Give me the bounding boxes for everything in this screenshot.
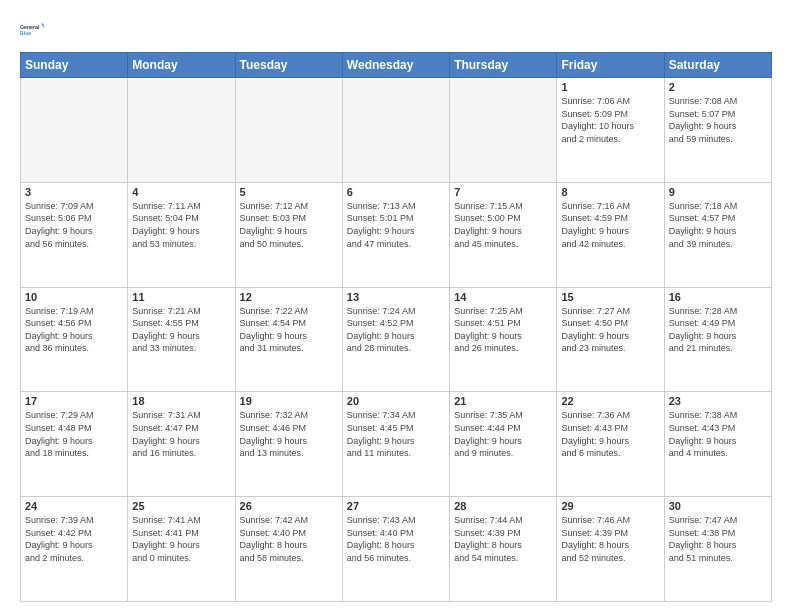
day-number: 17 — [25, 395, 123, 407]
logo: GeneralBlue — [20, 16, 48, 44]
calendar-cell: 8Sunrise: 7:16 AM Sunset: 4:59 PM Daylig… — [557, 182, 664, 287]
calendar-cell: 29Sunrise: 7:46 AM Sunset: 4:39 PM Dayli… — [557, 497, 664, 602]
day-info: Sunrise: 7:16 AM Sunset: 4:59 PM Dayligh… — [561, 200, 659, 250]
calendar-cell: 6Sunrise: 7:13 AM Sunset: 5:01 PM Daylig… — [342, 182, 449, 287]
calendar-cell: 14Sunrise: 7:25 AM Sunset: 4:51 PM Dayli… — [450, 287, 557, 392]
calendar-cell — [342, 78, 449, 183]
day-info: Sunrise: 7:47 AM Sunset: 4:38 PM Dayligh… — [669, 514, 767, 564]
calendar-cell: 1Sunrise: 7:06 AM Sunset: 5:09 PM Daylig… — [557, 78, 664, 183]
day-info: Sunrise: 7:18 AM Sunset: 4:57 PM Dayligh… — [669, 200, 767, 250]
calendar-cell — [128, 78, 235, 183]
day-info: Sunrise: 7:35 AM Sunset: 4:44 PM Dayligh… — [454, 409, 552, 459]
weekday-header: Monday — [128, 53, 235, 78]
day-info: Sunrise: 7:22 AM Sunset: 4:54 PM Dayligh… — [240, 305, 338, 355]
day-number: 16 — [669, 291, 767, 303]
day-number: 24 — [25, 500, 123, 512]
day-number: 6 — [347, 186, 445, 198]
calendar-cell — [21, 78, 128, 183]
day-number: 23 — [669, 395, 767, 407]
calendar-table: SundayMondayTuesdayWednesdayThursdayFrid… — [20, 52, 772, 602]
calendar-header-row: SundayMondayTuesdayWednesdayThursdayFrid… — [21, 53, 772, 78]
day-number: 7 — [454, 186, 552, 198]
calendar-week-row: 1Sunrise: 7:06 AM Sunset: 5:09 PM Daylig… — [21, 78, 772, 183]
calendar-cell: 4Sunrise: 7:11 AM Sunset: 5:04 PM Daylig… — [128, 182, 235, 287]
calendar-cell: 22Sunrise: 7:36 AM Sunset: 4:43 PM Dayli… — [557, 392, 664, 497]
weekday-header: Friday — [557, 53, 664, 78]
weekday-header: Thursday — [450, 53, 557, 78]
weekday-header: Tuesday — [235, 53, 342, 78]
day-info: Sunrise: 7:15 AM Sunset: 5:00 PM Dayligh… — [454, 200, 552, 250]
calendar-cell: 25Sunrise: 7:41 AM Sunset: 4:41 PM Dayli… — [128, 497, 235, 602]
day-number: 11 — [132, 291, 230, 303]
day-info: Sunrise: 7:21 AM Sunset: 4:55 PM Dayligh… — [132, 305, 230, 355]
day-info: Sunrise: 7:09 AM Sunset: 5:06 PM Dayligh… — [25, 200, 123, 250]
day-number: 10 — [25, 291, 123, 303]
page: GeneralBlue SundayMondayTuesdayWednesday… — [0, 0, 792, 612]
day-info: Sunrise: 7:06 AM Sunset: 5:09 PM Dayligh… — [561, 95, 659, 145]
calendar-cell: 2Sunrise: 7:08 AM Sunset: 5:07 PM Daylig… — [664, 78, 771, 183]
svg-marker-2 — [41, 24, 45, 29]
calendar-cell: 26Sunrise: 7:42 AM Sunset: 4:40 PM Dayli… — [235, 497, 342, 602]
day-number: 29 — [561, 500, 659, 512]
day-number: 25 — [132, 500, 230, 512]
day-info: Sunrise: 7:44 AM Sunset: 4:39 PM Dayligh… — [454, 514, 552, 564]
day-info: Sunrise: 7:19 AM Sunset: 4:56 PM Dayligh… — [25, 305, 123, 355]
calendar-week-row: 3Sunrise: 7:09 AM Sunset: 5:06 PM Daylig… — [21, 182, 772, 287]
day-info: Sunrise: 7:27 AM Sunset: 4:50 PM Dayligh… — [561, 305, 659, 355]
calendar-cell: 28Sunrise: 7:44 AM Sunset: 4:39 PM Dayli… — [450, 497, 557, 602]
calendar-cell: 5Sunrise: 7:12 AM Sunset: 5:03 PM Daylig… — [235, 182, 342, 287]
calendar-week-row: 10Sunrise: 7:19 AM Sunset: 4:56 PM Dayli… — [21, 287, 772, 392]
day-number: 20 — [347, 395, 445, 407]
day-number: 4 — [132, 186, 230, 198]
day-number: 14 — [454, 291, 552, 303]
day-number: 3 — [25, 186, 123, 198]
calendar-cell: 30Sunrise: 7:47 AM Sunset: 4:38 PM Dayli… — [664, 497, 771, 602]
calendar-cell: 7Sunrise: 7:15 AM Sunset: 5:00 PM Daylig… — [450, 182, 557, 287]
day-info: Sunrise: 7:42 AM Sunset: 4:40 PM Dayligh… — [240, 514, 338, 564]
day-info: Sunrise: 7:32 AM Sunset: 4:46 PM Dayligh… — [240, 409, 338, 459]
day-number: 1 — [561, 81, 659, 93]
day-number: 19 — [240, 395, 338, 407]
calendar-cell: 27Sunrise: 7:43 AM Sunset: 4:40 PM Dayli… — [342, 497, 449, 602]
day-number: 13 — [347, 291, 445, 303]
day-info: Sunrise: 7:24 AM Sunset: 4:52 PM Dayligh… — [347, 305, 445, 355]
calendar-cell: 13Sunrise: 7:24 AM Sunset: 4:52 PM Dayli… — [342, 287, 449, 392]
calendar-cell: 24Sunrise: 7:39 AM Sunset: 4:42 PM Dayli… — [21, 497, 128, 602]
calendar-cell: 20Sunrise: 7:34 AM Sunset: 4:45 PM Dayli… — [342, 392, 449, 497]
calendar-cell: 12Sunrise: 7:22 AM Sunset: 4:54 PM Dayli… — [235, 287, 342, 392]
calendar-cell: 11Sunrise: 7:21 AM Sunset: 4:55 PM Dayli… — [128, 287, 235, 392]
day-info: Sunrise: 7:08 AM Sunset: 5:07 PM Dayligh… — [669, 95, 767, 145]
svg-text:General: General — [20, 24, 40, 30]
day-info: Sunrise: 7:43 AM Sunset: 4:40 PM Dayligh… — [347, 514, 445, 564]
day-info: Sunrise: 7:28 AM Sunset: 4:49 PM Dayligh… — [669, 305, 767, 355]
day-number: 8 — [561, 186, 659, 198]
weekday-header: Saturday — [664, 53, 771, 78]
day-number: 27 — [347, 500, 445, 512]
day-info: Sunrise: 7:29 AM Sunset: 4:48 PM Dayligh… — [25, 409, 123, 459]
calendar-cell: 9Sunrise: 7:18 AM Sunset: 4:57 PM Daylig… — [664, 182, 771, 287]
day-info: Sunrise: 7:36 AM Sunset: 4:43 PM Dayligh… — [561, 409, 659, 459]
calendar-cell: 18Sunrise: 7:31 AM Sunset: 4:47 PM Dayli… — [128, 392, 235, 497]
calendar-week-row: 17Sunrise: 7:29 AM Sunset: 4:48 PM Dayli… — [21, 392, 772, 497]
calendar-cell — [450, 78, 557, 183]
day-number: 18 — [132, 395, 230, 407]
day-info: Sunrise: 7:46 AM Sunset: 4:39 PM Dayligh… — [561, 514, 659, 564]
day-info: Sunrise: 7:34 AM Sunset: 4:45 PM Dayligh… — [347, 409, 445, 459]
calendar-cell: 21Sunrise: 7:35 AM Sunset: 4:44 PM Dayli… — [450, 392, 557, 497]
calendar-cell: 16Sunrise: 7:28 AM Sunset: 4:49 PM Dayli… — [664, 287, 771, 392]
calendar-cell — [235, 78, 342, 183]
day-info: Sunrise: 7:13 AM Sunset: 5:01 PM Dayligh… — [347, 200, 445, 250]
weekday-header: Wednesday — [342, 53, 449, 78]
day-number: 26 — [240, 500, 338, 512]
calendar-cell: 19Sunrise: 7:32 AM Sunset: 4:46 PM Dayli… — [235, 392, 342, 497]
svg-text:Blue: Blue — [20, 30, 31, 36]
calendar-cell: 10Sunrise: 7:19 AM Sunset: 4:56 PM Dayli… — [21, 287, 128, 392]
day-number: 22 — [561, 395, 659, 407]
day-info: Sunrise: 7:25 AM Sunset: 4:51 PM Dayligh… — [454, 305, 552, 355]
day-number: 28 — [454, 500, 552, 512]
day-number: 5 — [240, 186, 338, 198]
day-number: 2 — [669, 81, 767, 93]
header: GeneralBlue — [20, 16, 772, 44]
day-info: Sunrise: 7:38 AM Sunset: 4:43 PM Dayligh… — [669, 409, 767, 459]
day-number: 30 — [669, 500, 767, 512]
